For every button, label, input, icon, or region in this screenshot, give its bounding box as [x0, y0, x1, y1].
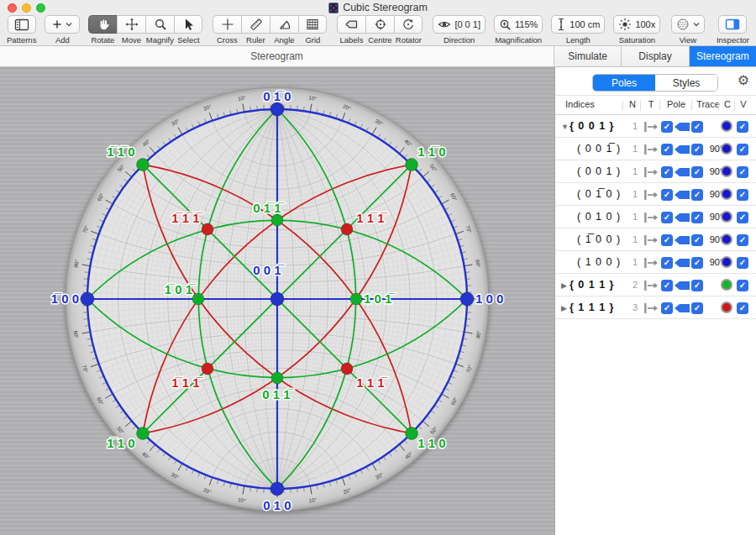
select-tool-button[interactable]: [174, 15, 202, 34]
transform-icon[interactable]: [643, 234, 659, 246]
trace-checkbox[interactable]: ✓: [691, 257, 703, 269]
patterns-button[interactable]: [8, 15, 36, 34]
colour-swatch[interactable]: [721, 143, 732, 155]
pole-label-swatch[interactable]: [674, 281, 690, 291]
table-row[interactable]: ( 0 0 1̅ )1✓✓90°✓: [555, 138, 756, 160]
styles-segment[interactable]: Styles: [655, 75, 717, 91]
stereogram-canvas[interactable]: 0°10°20°30°40°50°60°70°80°80°70°60°50°40…: [0, 67, 554, 535]
poles-segment[interactable]: Poles: [593, 75, 655, 91]
transform-icon[interactable]: [643, 189, 659, 201]
disclosure-triangle-icon[interactable]: ▼: [561, 123, 569, 131]
pole-checkbox[interactable]: ✓: [661, 280, 673, 291]
pole-dot[interactable]: [406, 159, 418, 171]
close-window-button[interactable]: [8, 3, 17, 13]
colour-swatch[interactable]: [721, 233, 732, 245]
direction-button[interactable]: [0 0 1]: [433, 15, 486, 34]
gear-icon[interactable]: ⚙: [738, 73, 749, 88]
pole-dot[interactable]: [202, 363, 213, 375]
visible-checkbox[interactable]: ✓: [737, 166, 748, 178]
pole-dot[interactable]: [460, 292, 474, 306]
transform-icon[interactable]: [643, 166, 659, 178]
trace-checkbox[interactable]: ✓: [691, 166, 703, 178]
ruler-button[interactable]: [241, 15, 270, 34]
pole-dot[interactable]: [192, 293, 204, 305]
colour-swatch[interactable]: [721, 188, 732, 200]
transform-icon[interactable]: [643, 257, 659, 269]
move-tool-button[interactable]: [117, 15, 145, 34]
colour-swatch[interactable]: [721, 256, 732, 268]
tab-stereogram[interactable]: Stereogram: [690, 46, 756, 66]
trace-checkbox[interactable]: ✓: [691, 144, 703, 155]
minimize-window-button[interactable]: [22, 3, 31, 13]
pole-label-swatch[interactable]: [674, 235, 690, 245]
visible-checkbox[interactable]: ✓: [737, 280, 748, 291]
pole-label-swatch[interactable]: [674, 122, 690, 132]
table-row[interactable]: ▼{ 0 0 1 }1✓✓✓: [555, 115, 756, 138]
disclosure-triangle-icon[interactable]: ▶: [561, 304, 567, 312]
pole-dot[interactable]: [202, 223, 213, 235]
visible-checkbox[interactable]: ✓: [737, 144, 748, 155]
table-row[interactable]: ( 1 0 0 )1✓✓90°✓: [555, 251, 756, 274]
visible-checkbox[interactable]: ✓: [737, 302, 748, 314]
pole-label-swatch[interactable]: [674, 258, 690, 268]
colour-swatch[interactable]: [721, 165, 732, 177]
grid-button[interactable]: [298, 15, 327, 34]
transform-icon[interactable]: [643, 121, 659, 133]
pole-dot[interactable]: [270, 102, 284, 116]
visible-checkbox[interactable]: ✓: [737, 121, 748, 133]
transform-icon[interactable]: [643, 280, 659, 291]
trace-checkbox[interactable]: ✓: [691, 121, 703, 133]
visible-checkbox[interactable]: ✓: [737, 189, 748, 201]
transform-icon[interactable]: [643, 144, 659, 155]
visible-checkbox[interactable]: ✓: [737, 257, 748, 269]
disclosure-triangle-icon[interactable]: ▶: [561, 281, 567, 290]
angle-button[interactable]: [270, 15, 298, 34]
colour-swatch[interactable]: [721, 211, 732, 223]
pole-checkbox[interactable]: ✓: [661, 234, 673, 246]
pole-label-swatch[interactable]: [674, 303, 690, 313]
magnify-tool-button[interactable]: [145, 15, 174, 34]
zoom-window-button[interactable]: [36, 3, 45, 13]
pole-dot[interactable]: [81, 292, 94, 306]
pole-label-swatch[interactable]: [674, 144, 690, 155]
visible-checkbox[interactable]: ✓: [737, 234, 748, 246]
colour-swatch[interactable]: [721, 302, 732, 313]
pole-dot[interactable]: [341, 363, 353, 375]
tab-simulate[interactable]: Simulate: [554, 46, 622, 66]
pole-checkbox[interactable]: ✓: [661, 121, 673, 133]
table-row[interactable]: ( 0 1̅ 0 )1✓✓90°✓: [555, 183, 756, 206]
pole-dot[interactable]: [271, 214, 283, 226]
pole-dot[interactable]: [270, 482, 284, 496]
cross-button[interactable]: [213, 15, 241, 34]
colour-swatch[interactable]: [721, 279, 732, 291]
pole-checkbox[interactable]: ✓: [661, 302, 673, 314]
pole-dot[interactable]: [350, 293, 362, 305]
pole-dot[interactable]: [271, 372, 283, 384]
pole-checkbox[interactable]: ✓: [661, 166, 673, 178]
pole-dot[interactable]: [137, 427, 150, 440]
inspector-button[interactable]: [718, 15, 747, 34]
magnification-button[interactable]: 115%: [494, 15, 543, 34]
transform-icon[interactable]: [643, 212, 659, 223]
visible-checkbox[interactable]: ✓: [737, 212, 748, 223]
trace-checkbox[interactable]: ✓: [691, 189, 703, 201]
trace-checkbox[interactable]: ✓: [691, 234, 703, 246]
stereogram-plot[interactable]: 0°10°20°30°40°50°60°70°80°80°70°60°50°40…: [0, 67, 554, 535]
saturation-button[interactable]: 100x: [613, 15, 660, 34]
labels-button[interactable]: [337, 15, 365, 34]
table-row[interactable]: ( 1̅ 0 0 )1✓✓90°✓: [555, 228, 756, 251]
colour-swatch[interactable]: [721, 120, 732, 132]
pole-checkbox[interactable]: ✓: [661, 144, 673, 155]
pole-dot[interactable]: [406, 427, 418, 440]
trace-checkbox[interactable]: ✓: [691, 212, 703, 223]
pole-checkbox[interactable]: ✓: [661, 212, 673, 223]
add-button[interactable]: [45, 15, 80, 34]
rotator-button[interactable]: [394, 15, 423, 34]
tab-display[interactable]: Display: [622, 46, 689, 66]
pole-label-swatch[interactable]: [674, 167, 690, 177]
length-button[interactable]: 100 cm: [551, 15, 605, 34]
rotate-tool-button[interactable]: [88, 15, 117, 34]
table-row[interactable]: ▶{ 0 1 1 }2✓✓✓: [555, 274, 756, 296]
pole-dot[interactable]: [137, 159, 150, 171]
pole-dot[interactable]: [270, 292, 284, 306]
